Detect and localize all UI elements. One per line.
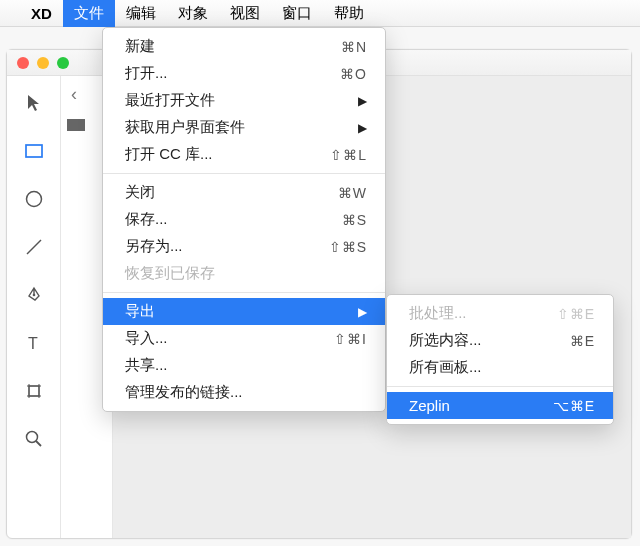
- menu-item-save[interactable]: 保存...⌘S: [103, 206, 385, 233]
- menu-item-recent[interactable]: 最近打开文件▶: [103, 87, 385, 114]
- menu-item-close[interactable]: 关闭⌘W: [103, 179, 385, 206]
- file-menu-dropdown: 新建⌘N 打开...⌘O 最近打开文件▶ 获取用户界面套件▶ 打开 CC 库..…: [102, 27, 386, 412]
- menu-item-export[interactable]: 导出▶: [103, 298, 385, 325]
- menu-file[interactable]: 文件: [63, 0, 115, 27]
- menu-item-batch: 批处理...⇧⌘E: [387, 300, 613, 327]
- pen-tool[interactable]: [21, 282, 47, 308]
- close-icon[interactable]: [17, 57, 29, 69]
- menu-separator: [103, 173, 385, 174]
- traffic-lights: [17, 57, 69, 69]
- text-tool[interactable]: T: [21, 330, 47, 356]
- zoom-tool[interactable]: [21, 426, 47, 452]
- svg-line-2: [27, 240, 41, 254]
- menu-item-zeplin[interactable]: Zeplin⌥⌘E: [387, 392, 613, 419]
- menu-item-open[interactable]: 打开...⌘O: [103, 60, 385, 87]
- menu-help[interactable]: 帮助: [323, 0, 375, 27]
- chevron-right-icon: ▶: [358, 121, 367, 135]
- artboard-thumb[interactable]: [67, 119, 85, 131]
- menu-window[interactable]: 窗口: [271, 0, 323, 27]
- menu-item-new[interactable]: 新建⌘N: [103, 33, 385, 60]
- menu-item-import[interactable]: 导入...⇧⌘I: [103, 325, 385, 352]
- svg-point-10: [26, 432, 37, 443]
- menu-item-cclib[interactable]: 打开 CC 库...⇧⌘L: [103, 141, 385, 168]
- menu-edit[interactable]: 编辑: [115, 0, 167, 27]
- chevron-right-icon: ▶: [358, 94, 367, 108]
- svg-line-11: [36, 441, 41, 446]
- menu-view[interactable]: 视图: [219, 0, 271, 27]
- app-name[interactable]: XD: [20, 0, 63, 27]
- svg-point-1: [26, 192, 41, 207]
- svg-rect-5: [29, 386, 39, 396]
- menu-object[interactable]: 对象: [167, 0, 219, 27]
- maximize-icon[interactable]: [57, 57, 69, 69]
- minimize-icon[interactable]: [37, 57, 49, 69]
- chevron-right-icon: ▶: [358, 305, 367, 319]
- svg-rect-0: [26, 145, 42, 157]
- line-tool[interactable]: [21, 234, 47, 260]
- toolbar: T: [7, 76, 61, 538]
- svg-point-3: [32, 294, 35, 297]
- export-submenu: 批处理...⇧⌘E 所选内容...⌘E 所有画板... Zeplin⌥⌘E: [386, 294, 614, 425]
- menu-item-revert: 恢复到已保存: [103, 260, 385, 287]
- ellipse-tool[interactable]: [21, 186, 47, 212]
- select-tool[interactable]: [21, 90, 47, 116]
- menu-separator: [387, 386, 613, 387]
- menu-item-allartboards[interactable]: 所有画板...: [387, 354, 613, 381]
- artboard-tool[interactable]: [21, 378, 47, 404]
- apple-menu[interactable]: [10, 0, 20, 27]
- rectangle-tool[interactable]: [21, 138, 47, 164]
- menu-item-managelinks[interactable]: 管理发布的链接...: [103, 379, 385, 406]
- menu-item-share[interactable]: 共享...: [103, 352, 385, 379]
- menu-item-saveas[interactable]: 另存为...⇧⌘S: [103, 233, 385, 260]
- menu-item-selected[interactable]: 所选内容...⌘E: [387, 327, 613, 354]
- svg-text:T: T: [28, 335, 38, 352]
- menu-separator: [103, 292, 385, 293]
- menu-item-uikits[interactable]: 获取用户界面套件▶: [103, 114, 385, 141]
- menubar: XD 文件 编辑 对象 视图 窗口 帮助: [0, 0, 640, 27]
